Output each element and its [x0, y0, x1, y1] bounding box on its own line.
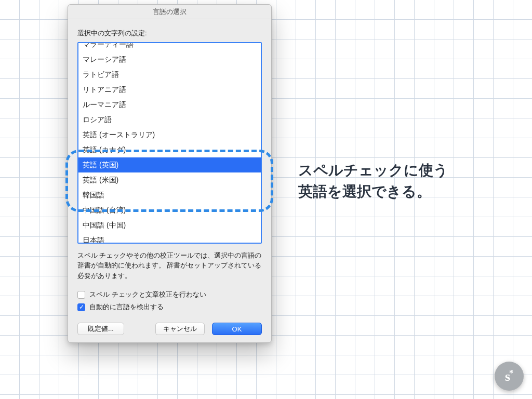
- checkbox-group: スペル チェックと文章校正を行わない ✓ 自動的に言語を検出する: [77, 288, 262, 313]
- dialog-body: 選択中の文字列の設定: マラーティー語マレーシア語ラトビア語リトアニア語ルーマニ…: [68, 19, 271, 342]
- help-text: スペル チェックやその他の校正ツールでは、選択中の言語の辞書が自動的に使われます…: [77, 251, 262, 281]
- watermark-text: s*: [505, 368, 513, 384]
- language-listbox[interactable]: マラーティー語マレーシア語ラトビア語リトアニア語ルーマニア語ロシア語英語 (オー…: [77, 42, 262, 244]
- language-option[interactable]: 英語 (米国): [78, 172, 261, 188]
- annotation-line-1: スペルチェックに使う: [298, 160, 448, 181]
- language-option[interactable]: 韓国語: [78, 188, 261, 203]
- checkbox-autodetect[interactable]: ✓ 自動的に言語を検出する: [77, 301, 262, 313]
- checkbox-label: 自動的に言語を検出する: [89, 302, 164, 312]
- language-option[interactable]: ロシア語: [78, 112, 261, 127]
- annotation-text: スペルチェックに使う 英語を選択できる。: [298, 160, 448, 202]
- dialog-title: 言語の選択: [68, 5, 271, 19]
- language-option[interactable]: 英語 (オーストラリア): [78, 127, 261, 142]
- checkbox-icon: ✓: [77, 303, 85, 311]
- checkbox-icon: [77, 291, 85, 299]
- language-option[interactable]: ラトビア語: [78, 67, 261, 82]
- language-select-dialog: 言語の選択 選択中の文字列の設定: マラーティー語マレーシア語ラトビア語リトアニ…: [68, 4, 272, 343]
- checkbox-label: スペル チェックと文章校正を行わない: [89, 290, 206, 299]
- language-option[interactable]: 中国語 (台湾): [78, 203, 261, 218]
- checkbox-skip-proofing[interactable]: スペル チェックと文章校正を行わない: [77, 288, 262, 301]
- cancel-button[interactable]: キャンセル: [155, 323, 205, 335]
- dialog-button-row: 既定値... キャンセル OK: [77, 323, 262, 335]
- language-option[interactable]: リトアニア語: [78, 82, 261, 97]
- language-option[interactable]: マラーティー語: [78, 42, 261, 52]
- set-default-button[interactable]: 既定値...: [77, 323, 124, 335]
- language-option[interactable]: 英語 (英国): [78, 157, 261, 172]
- language-option[interactable]: ルーマニア語: [78, 97, 261, 112]
- watermark-badge: s*: [495, 362, 524, 391]
- language-option[interactable]: 英語 (カナダ): [78, 142, 261, 157]
- list-heading: 選択中の文字列の設定:: [77, 29, 262, 38]
- annotation-line-2: 英語を選択できる。: [298, 181, 448, 203]
- language-option[interactable]: マレーシア語: [78, 52, 261, 67]
- language-option[interactable]: 中国語 (中国): [78, 218, 261, 233]
- ok-button[interactable]: OK: [212, 323, 262, 335]
- language-option[interactable]: 日本語: [78, 233, 261, 244]
